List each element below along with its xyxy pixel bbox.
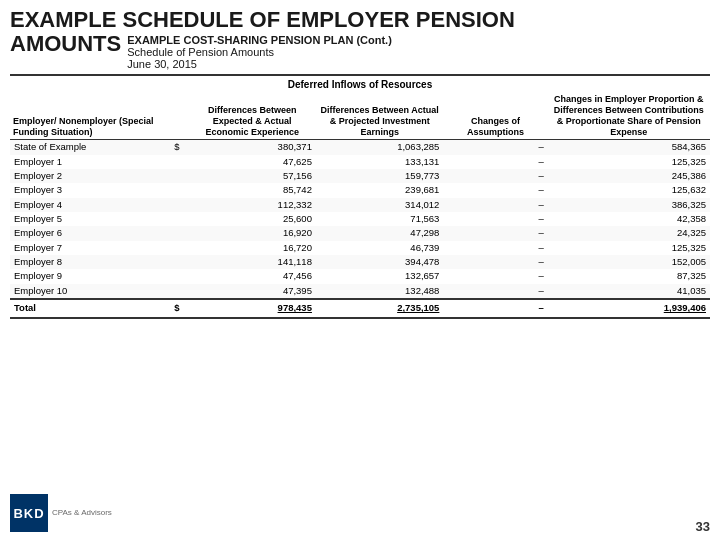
row-dollar xyxy=(172,212,188,226)
page-number: 33 xyxy=(696,519,710,534)
row-changes-emp: 42,358 xyxy=(548,212,710,226)
logo-area: BKD CPAs & Advisors xyxy=(10,494,112,532)
main-title-part1: EXAMPLE SCHEDULE OF EMPLOYER PENSION xyxy=(10,8,515,32)
row-dollar xyxy=(172,255,188,269)
row-diff-exp: 57,156 xyxy=(188,169,315,183)
row-dollar xyxy=(172,284,188,299)
row-changes-assump: – xyxy=(443,183,547,197)
row-diff-act: 133,131 xyxy=(316,155,443,169)
row-diff-act: 47,298 xyxy=(316,226,443,240)
col-header-changes-assumptions: Changes of Assumptions xyxy=(443,92,547,140)
row-changes-assump: – xyxy=(443,140,547,155)
table-row: Employer 9 47,456 132,657 – 87,325 xyxy=(10,269,710,283)
row-diff-exp: 380,371 xyxy=(188,140,315,155)
table-row: Employer 1 47,625 133,131 – 125,325 xyxy=(10,155,710,169)
total-diff-act: 2,735,105 xyxy=(316,299,443,317)
row-diff-exp: 112,332 xyxy=(188,198,315,212)
row-dollar xyxy=(172,269,188,283)
row-diff-act: 394,478 xyxy=(316,255,443,269)
row-changes-emp: 584,365 xyxy=(548,140,710,155)
row-diff-exp: 25,600 xyxy=(188,212,315,226)
row-changes-assump: – xyxy=(443,226,547,240)
deferred-header: Deferred Inflows of Resources xyxy=(10,76,710,92)
col-header-employer: Employer/ Nonemployer (Special Funding S… xyxy=(10,92,172,140)
row-label: Employer 1 xyxy=(10,155,172,169)
row-changes-assump: – xyxy=(443,284,547,299)
row-changes-emp: 125,325 xyxy=(548,155,710,169)
subtitle-line3: June 30, 2015 xyxy=(127,58,392,70)
row-dollar xyxy=(172,226,188,240)
main-title-part2: AMOUNTS xyxy=(10,32,121,56)
row-diff-act: 132,657 xyxy=(316,269,443,283)
header: EXAMPLE SCHEDULE OF EMPLOYER PENSION AMO… xyxy=(0,0,720,74)
row-changes-emp: 152,005 xyxy=(548,255,710,269)
table-row: Employer 5 25,600 71,563 – 42,358 xyxy=(10,212,710,226)
row-changes-assump: – xyxy=(443,212,547,226)
row-dollar xyxy=(172,198,188,212)
logo-abbr: BKD xyxy=(13,506,44,521)
col-header-changes-employer: Changes in Employer Proportion & Differe… xyxy=(548,92,710,140)
row-label: Employer 7 xyxy=(10,241,172,255)
row-label: State of Example xyxy=(10,140,172,155)
row-changes-assump: – xyxy=(443,269,547,283)
row-label: Employer 5 xyxy=(10,212,172,226)
row-diff-exp: 47,625 xyxy=(188,155,315,169)
row-changes-assump: – xyxy=(443,155,547,169)
total-changes-emp: 1,939,406 xyxy=(548,299,710,317)
table-row: Employer 2 57,156 159,773 – 245,386 xyxy=(10,169,710,183)
row-label: Employer 10 xyxy=(10,284,172,299)
table-row: State of Example $ 380,371 1,063,285 – 5… xyxy=(10,140,710,155)
row-changes-emp: 24,325 xyxy=(548,226,710,240)
row-changes-emp: 125,325 xyxy=(548,241,710,255)
row-diff-act: 71,563 xyxy=(316,212,443,226)
row-diff-act: 46,739 xyxy=(316,241,443,255)
subtitle-block: EXAMPLE COST-SHARING PENSION PLAN (Cont.… xyxy=(127,32,392,70)
table-row: Employer 7 16,720 46,739 – 125,325 xyxy=(10,241,710,255)
table-row: Employer 6 16,920 47,298 – 24,325 xyxy=(10,226,710,240)
row-diff-act: 159,773 xyxy=(316,169,443,183)
row-label: Employer 9 xyxy=(10,269,172,283)
row-label: Employer 2 xyxy=(10,169,172,183)
row-diff-exp: 47,395 xyxy=(188,284,315,299)
row-label: Employer 6 xyxy=(10,226,172,240)
row-diff-exp: 16,920 xyxy=(188,226,315,240)
row-dollar: $ xyxy=(172,140,188,155)
subtitle-line2: Schedule of Pension Amounts xyxy=(127,46,392,58)
row-changes-emp: 41,035 xyxy=(548,284,710,299)
table-row: Employer 4 112,332 314,012 – 386,325 xyxy=(10,198,710,212)
logo-box: BKD xyxy=(10,494,48,532)
row-changes-emp: 125,632 xyxy=(548,183,710,197)
row-label: Employer 8 xyxy=(10,255,172,269)
row-dollar xyxy=(172,183,188,197)
total-row: Total $ 978,435 2,735,105 – 1,939,406 xyxy=(10,299,710,317)
row-diff-act: 132,488 xyxy=(316,284,443,299)
row-dollar xyxy=(172,155,188,169)
table-row: Employer 8 141,118 394,478 – 152,005 xyxy=(10,255,710,269)
row-dollar xyxy=(172,169,188,183)
total-changes-assump: – xyxy=(443,299,547,317)
logo-tagline: CPAs & Advisors xyxy=(52,508,112,518)
row-label: Employer 4 xyxy=(10,198,172,212)
row-dollar xyxy=(172,241,188,255)
col-header-diff-actual: Differences Between Actual & Projected I… xyxy=(316,92,443,140)
row-changes-emp: 245,386 xyxy=(548,169,710,183)
table-row: Employer 3 85,742 239,681 – 125,632 xyxy=(10,183,710,197)
row-diff-act: 314,012 xyxy=(316,198,443,212)
total-dollar: $ xyxy=(172,299,188,317)
row-changes-assump: – xyxy=(443,241,547,255)
total-diff-exp: 978,435 xyxy=(188,299,315,317)
row-changes-assump: – xyxy=(443,169,547,183)
row-diff-exp: 16,720 xyxy=(188,241,315,255)
main-table-container: Deferred Inflows of Resources Employer/ … xyxy=(10,74,710,318)
col-header-diff-expected: Differences Between Expected & Actual Ec… xyxy=(188,92,315,140)
row-changes-assump: – xyxy=(443,198,547,212)
table-row: Employer 10 47,395 132,488 – 41,035 xyxy=(10,284,710,299)
row-diff-exp: 85,742 xyxy=(188,183,315,197)
subtitle-line1: EXAMPLE COST-SHARING PENSION PLAN (Cont.… xyxy=(127,34,392,46)
pension-table: Employer/ Nonemployer (Special Funding S… xyxy=(10,92,710,318)
total-label: Total xyxy=(10,299,172,317)
row-diff-act: 1,063,285 xyxy=(316,140,443,155)
row-diff-exp: 141,118 xyxy=(188,255,315,269)
row-changes-emp: 87,325 xyxy=(548,269,710,283)
row-diff-exp: 47,456 xyxy=(188,269,315,283)
